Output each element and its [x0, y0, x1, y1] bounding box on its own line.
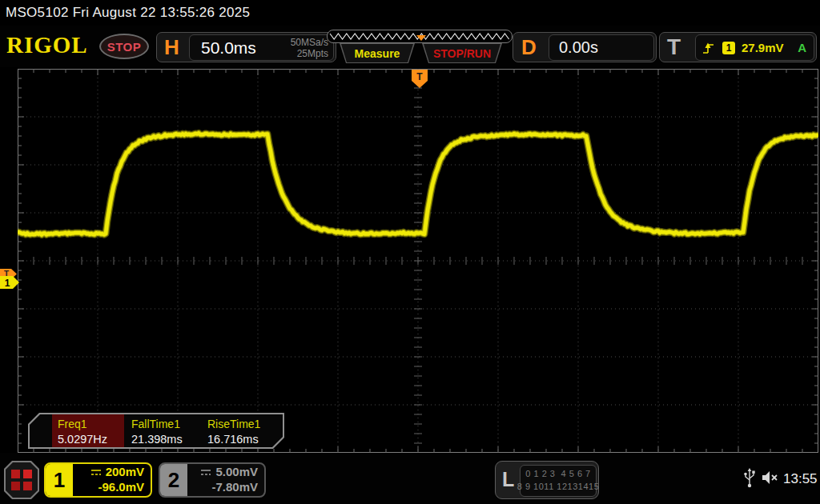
- acquisition-status-badge: STOP: [99, 34, 149, 59]
- measurement-value: 16.716ms: [207, 433, 259, 446]
- title-bar: MSO5102 Fri August 22 13:55:26 2025: [0, 0, 820, 26]
- status-text: STOP: [107, 40, 142, 54]
- delay-label: D: [521, 35, 537, 60]
- measurement-panel: Freq1 5.0297Hz FallTime1 21.398ms RiseTi…: [28, 413, 284, 449]
- digital-channels-row1: 0 1 2 3 4 5 6 7: [525, 468, 590, 481]
- channel2-scale: 5.00mV: [215, 465, 258, 478]
- trigger-label: T: [667, 34, 681, 60]
- channel2-scale-row: 5.00mV: [200, 465, 258, 480]
- dc-coupling-icon: [200, 469, 211, 476]
- logic-analyzer-block[interactable]: L 0 1 2 3 4 5 6 7 8 9 1011 12131415: [495, 461, 599, 499]
- clock: 13:55: [783, 471, 818, 487]
- trigger-settings-block[interactable]: T 1 27.9mV A: [659, 32, 817, 62]
- channel1-scale-row: 200mV: [90, 465, 144, 480]
- speaker-muted-icon: [761, 469, 779, 486]
- sample-rate-memdepth: 50MSa/s 25Mpts: [291, 37, 328, 60]
- waveform-overview-strip[interactable]: [327, 30, 512, 43]
- measurement-item-falltime[interactable]: FallTime1 21.398ms: [124, 414, 200, 447]
- grid-menu-icon[interactable]: [4, 461, 39, 499]
- sample-rate: 50MSa/s: [291, 37, 328, 48]
- trigger-position-marker[interactable]: T: [412, 70, 428, 89]
- dc-coupling-icon: [90, 469, 102, 476]
- channel1-position-marker[interactable]: 1: [0, 276, 19, 289]
- rigol-logo: RIGOL: [6, 32, 88, 58]
- digital-channel-numbers: 0 1 2 3 4 5 6 7 8 9 1011 12131415: [520, 465, 597, 497]
- trigger-level-value: 27.9mV: [742, 41, 784, 54]
- measurement-value: 21.398ms: [131, 433, 183, 446]
- measurement-label: FallTime1: [131, 418, 180, 430]
- scope-graticule-and-trace: [18, 69, 818, 453]
- channel1-number: 1: [46, 464, 73, 496]
- horizontal-label: H: [164, 35, 179, 60]
- trigger-sweep-mode: A: [798, 41, 806, 54]
- channel1-offset: -96.0mV: [98, 480, 144, 495]
- waveform-display-area[interactable]: [18, 69, 818, 453]
- measurement-label: RiseTime1: [207, 418, 260, 430]
- logic-analyzer-label: L: [502, 468, 514, 491]
- toolbar: RIGOL STOP H 50.0ms 50MSa/s 25Mpts Measu…: [0, 26, 820, 67]
- digital-channels-row2: 8 9 1011 12131415: [517, 481, 600, 494]
- channel2-offset: -7.80mV: [211, 480, 258, 495]
- measurement-item-freq[interactable]: Freq1 5.0297Hz: [52, 414, 124, 447]
- trigger-field[interactable]: 1 27.9mV A: [695, 34, 814, 61]
- horizontal-settings-block[interactable]: H 50.0ms 50MSa/s 25Mpts: [156, 32, 336, 62]
- model-and-datetime: MSO5102 Fri August 22 13:55:26 2025: [6, 5, 250, 21]
- bottom-status-bar: 1 200mV -96.0mV 2 5.00mV -7.80mV L: [0, 453, 820, 504]
- rising-edge-icon: [702, 41, 714, 54]
- memory-depth: 25Mpts: [291, 48, 328, 59]
- measurement-item-risetime[interactable]: RiseTime1 16.716ms: [200, 414, 276, 447]
- usb-icon: [743, 467, 756, 489]
- measurement-value: 5.0297Hz: [58, 433, 107, 446]
- timebase-value: 50.0ms: [201, 38, 256, 58]
- delay-field[interactable]: 0.00s: [549, 34, 654, 61]
- measure-button-label: Measure: [355, 47, 400, 60]
- svg-text:T: T: [416, 71, 423, 82]
- channel2-number: 2: [160, 464, 187, 496]
- graticule-grid: [18, 69, 818, 453]
- overview-position-pointer-icon: [416, 35, 426, 41]
- svg-text:1: 1: [5, 278, 10, 289]
- measurement-label: Freq1: [58, 418, 87, 430]
- trigger-source-badge: 1: [722, 42, 735, 54]
- stop-run-button[interactable]: STOP/RUN: [422, 43, 502, 63]
- timebase-field[interactable]: 50.0ms 50MSa/s 25Mpts: [189, 34, 334, 61]
- delay-settings-block[interactable]: D 0.00s: [512, 32, 657, 62]
- stop-run-button-label: STOP/RUN: [433, 47, 491, 60]
- measurement-panel-body: Freq1 5.0297Hz FallTime1 21.398ms RiseTi…: [30, 414, 283, 447]
- channel1-scale: 200mV: [106, 465, 144, 478]
- delay-value: 0.00s: [559, 38, 598, 57]
- channel1-block[interactable]: 1 200mV -96.0mV: [44, 462, 152, 498]
- channel2-block[interactable]: 2 5.00mV -7.80mV: [159, 462, 266, 498]
- measure-button[interactable]: Measure: [340, 43, 415, 63]
